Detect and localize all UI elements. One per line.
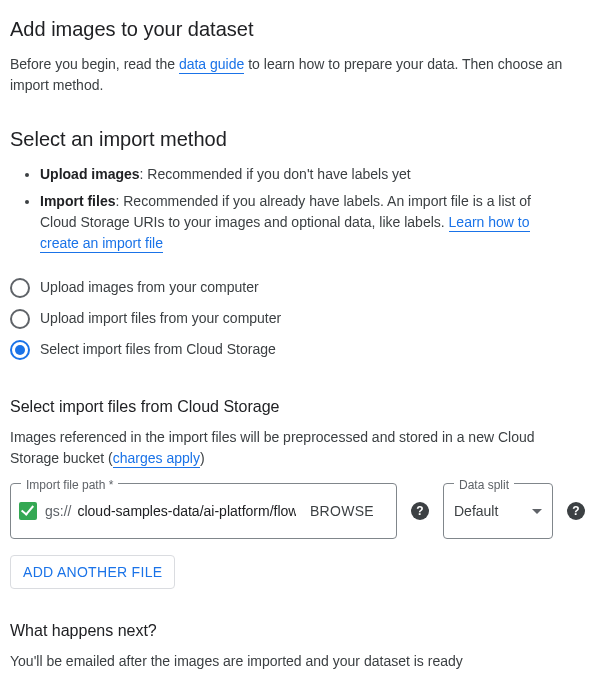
import-file-path-label: Import file path * (21, 476, 118, 494)
data-split-label: Data split (454, 476, 514, 494)
import-desc-a: Images referenced in the import files wi… (10, 429, 535, 466)
method-item-upload-images: Upload images: Recommended if you don't … (40, 164, 540, 185)
method-item-import-files-strong: Import files (40, 193, 115, 209)
heading-add-images: Add images to your dataset (10, 14, 585, 44)
help-icon[interactable]: ? (567, 502, 585, 520)
radio-label: Upload import files from your computer (40, 308, 281, 329)
intro-text-before: Before you begin, read the (10, 56, 179, 72)
charges-apply-link[interactable]: charges apply (113, 450, 200, 468)
data-split-value: Default (454, 501, 498, 522)
import-method-radio-group: Upload images from your computer Upload … (10, 272, 585, 365)
heading-import-cloud-storage: Select import files from Cloud Storage (10, 395, 585, 419)
method-item-upload-images-strong: Upload images (40, 166, 140, 182)
help-icon[interactable]: ? (411, 502, 429, 520)
method-item-import-files: Import files: Recommended if you already… (40, 191, 540, 254)
import-desc-b: ) (200, 450, 205, 466)
intro-paragraph: Before you begin, read the data guide to… (10, 54, 585, 96)
radio-icon (10, 278, 30, 298)
heading-what-next: What happens next? (10, 619, 585, 643)
radio-icon (10, 309, 30, 329)
radio-icon (10, 340, 30, 360)
add-another-file-button[interactable]: ADD ANOTHER FILE (10, 555, 175, 589)
radio-label: Select import files from Cloud Storage (40, 339, 276, 360)
gs-prefix: gs:// (45, 501, 71, 522)
chevron-down-icon (532, 509, 542, 514)
method-item-upload-images-rest: : Recommended if you don't have labels y… (140, 166, 411, 182)
heading-select-method: Select an import method (10, 124, 585, 154)
import-file-path-input[interactable] (77, 503, 296, 519)
data-split-select[interactable]: Data split Default (443, 483, 553, 539)
import-desc: Images referenced in the import files wi… (10, 427, 585, 469)
radio-select-cloud-storage[interactable]: Select import files from Cloud Storage (10, 334, 585, 365)
radio-upload-images[interactable]: Upload images from your computer (10, 272, 585, 303)
radio-upload-import-files[interactable]: Upload import files from your computer (10, 303, 585, 334)
data-guide-link[interactable]: data guide (179, 56, 244, 74)
import-file-path-field[interactable]: Import file path * gs:// BROWSE (10, 483, 397, 539)
checkmark-icon (19, 502, 37, 520)
what-next-desc: You'll be emailed after the images are i… (10, 651, 585, 672)
radio-label: Upload images from your computer (40, 277, 259, 298)
browse-button[interactable]: BROWSE (296, 484, 388, 538)
method-list: Upload images: Recommended if you don't … (40, 164, 585, 254)
